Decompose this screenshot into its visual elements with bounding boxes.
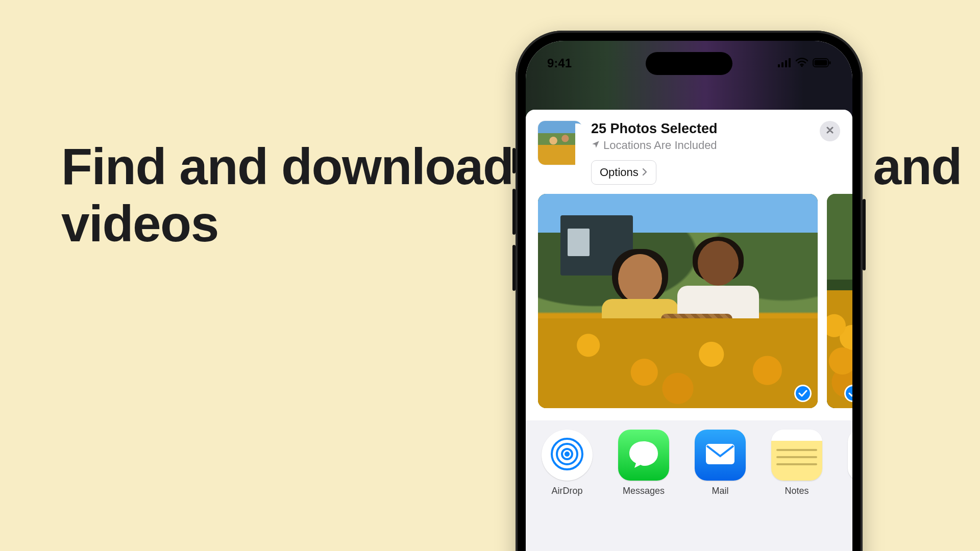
- share-subtitle-text: Locations Are Included: [603, 139, 717, 152]
- phone-side-button: [863, 199, 866, 270]
- svg-rect-0: [778, 64, 780, 67]
- share-target-label: Notes: [770, 486, 824, 496]
- options-button[interactable]: Options: [591, 160, 656, 185]
- svg-rect-2: [785, 60, 787, 67]
- wifi-icon: [795, 56, 808, 70]
- share-title: 25 Photos Selected: [591, 121, 811, 137]
- share-sheet: 25 Photos Selected Locations Are Include…: [526, 110, 852, 551]
- share-target-next[interactable]: Fr: [846, 430, 852, 496]
- share-sheet-header: 25 Photos Selected Locations Are Include…: [526, 110, 852, 194]
- selection-thumbnail[interactable]: [538, 121, 582, 165]
- status-bar: 9:41: [526, 41, 852, 78]
- status-time: 9:41: [547, 56, 572, 70]
- share-subtitle: Locations Are Included: [591, 139, 811, 152]
- phone-side-button: [512, 189, 516, 235]
- share-target-label: Mail: [693, 486, 747, 496]
- svg-rect-1: [781, 62, 783, 67]
- chevron-right-icon: [642, 166, 648, 179]
- share-target-label: Messages: [617, 486, 671, 496]
- options-label: Options: [600, 166, 639, 179]
- svg-rect-12: [706, 444, 734, 464]
- photo-preview[interactable]: [538, 194, 818, 408]
- svg-rect-7: [829, 61, 831, 64]
- phone-side-button: [512, 148, 516, 173]
- share-target-airdrop[interactable]: AirDrop: [540, 430, 594, 496]
- selected-check-icon[interactable]: [794, 385, 812, 402]
- svg-rect-3: [789, 58, 791, 67]
- share-target-notes[interactable]: Notes: [770, 430, 824, 496]
- close-button[interactable]: [820, 121, 840, 141]
- share-target-label: AirDrop: [540, 486, 594, 496]
- dynamic-island: [646, 52, 732, 75]
- selected-photos-row[interactable]: [526, 194, 852, 420]
- mail-icon: [704, 442, 737, 468]
- phone-screen: 9:41 25 Ph: [526, 41, 852, 551]
- svg-point-4: [801, 65, 803, 67]
- share-targets-row[interactable]: AirDrop Messages: [526, 420, 852, 496]
- svg-point-11: [565, 452, 570, 457]
- share-target-mail[interactable]: Mail: [693, 430, 747, 496]
- close-icon: [825, 126, 835, 137]
- photo-preview[interactable]: [827, 194, 852, 408]
- phone-side-button: [512, 245, 516, 291]
- cellular-icon: [778, 56, 791, 70]
- share-target-messages[interactable]: Messages: [617, 430, 671, 496]
- phone-frame: 9:41 25 Ph: [516, 31, 863, 551]
- svg-rect-6: [815, 60, 827, 66]
- location-icon: [591, 139, 600, 152]
- battery-icon: [813, 56, 831, 70]
- airdrop-icon: [549, 436, 585, 474]
- messages-icon: [627, 439, 660, 471]
- share-target-label: Fr: [846, 486, 852, 496]
